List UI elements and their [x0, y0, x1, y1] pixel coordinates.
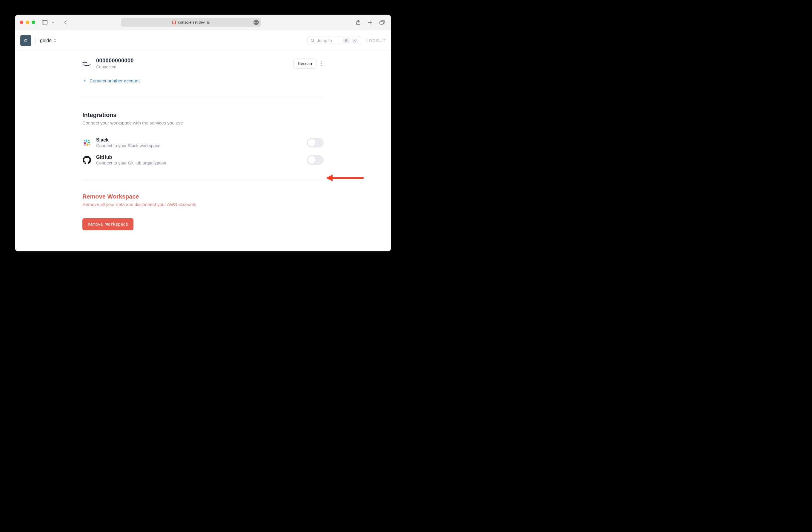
tabs-button[interactable] — [378, 19, 386, 26]
remove-workspace-subtitle: Remove all your data and disconnect your… — [83, 202, 323, 207]
window-close-button[interactable] — [20, 20, 23, 24]
window-minimize-button[interactable] — [26, 20, 29, 24]
remove-workspace-title: Remove Workspace — [83, 193, 323, 200]
svg-rect-9 — [380, 21, 383, 24]
workspace-selector[interactable]: guide — [40, 38, 56, 43]
back-button[interactable] — [61, 19, 70, 26]
svg-point-15 — [321, 65, 322, 66]
svg-marker-25 — [326, 175, 333, 181]
content-area: aws 000000000000 Connected Rescan — [15, 51, 391, 251]
search-icon — [310, 39, 315, 43]
jump-to-button[interactable]: Jump to ⌘ K — [307, 36, 361, 45]
window-fullscreen-button[interactable] — [32, 20, 35, 24]
integration-github-row: GitHub Connect to your GitHub organizati… — [83, 148, 323, 166]
integrations-title: Integrations — [83, 112, 323, 118]
new-tab-button[interactable] — [366, 19, 374, 26]
svg-rect-0 — [42, 20, 47, 24]
aws-status: Connected — [96, 64, 134, 69]
connect-another-label: Connect another account — [89, 78, 140, 83]
svg-line-11 — [313, 41, 314, 42]
divider — [35, 37, 36, 44]
slack-desc: Connect to your Slack workspace — [96, 143, 160, 148]
svg-rect-4 — [173, 22, 175, 23]
tab-group-dropdown[interactable] — [49, 19, 57, 26]
traffic-lights — [20, 20, 35, 24]
avatar-letter: G — [24, 38, 27, 43]
github-icon — [83, 156, 91, 164]
github-title: GitHub — [96, 155, 166, 160]
app-header: G guide Jump to ⌘ K LOGOUT — [15, 30, 391, 51]
integration-slack-row: Slack Connect to your Slack workspace — [83, 131, 323, 148]
annotation-arrow — [325, 173, 364, 183]
svg-text:aws: aws — [83, 61, 87, 64]
integrations-section: Integrations Connect your workspace with… — [83, 112, 323, 166]
svg-point-14 — [321, 63, 322, 64]
workspace-avatar[interactable]: G — [20, 35, 31, 46]
logout-button[interactable]: LOGOUT — [366, 38, 386, 43]
svg-rect-6 — [207, 22, 209, 24]
slack-icon — [83, 138, 91, 147]
slack-title: Slack — [96, 137, 160, 143]
aws-more-button[interactable] — [320, 60, 323, 67]
svg-rect-5 — [173, 23, 175, 23]
svg-rect-19 — [84, 142, 86, 144]
url-bar[interactable]: console.sst.dev ••• — [121, 18, 261, 27]
kbd-k: K — [352, 39, 358, 43]
remove-workspace-button[interactable]: Remove Workspace — [83, 218, 133, 230]
slack-toggle[interactable] — [307, 138, 323, 147]
svg-rect-16 — [86, 140, 87, 142]
svg-rect-18 — [87, 143, 88, 146]
aws-account-id: 000000000000 — [96, 58, 134, 64]
workspace-name: guide — [40, 38, 52, 43]
integrations-subtitle: Connect your workspace with the services… — [83, 120, 323, 125]
svg-point-13 — [321, 61, 322, 62]
github-toggle[interactable] — [307, 155, 323, 165]
divider — [83, 98, 323, 98]
svg-rect-17 — [87, 142, 90, 143]
rescan-button[interactable]: Rescan — [293, 58, 317, 69]
select-chevrons-icon — [54, 39, 56, 43]
github-desc: Connect to your GitHub organization — [96, 161, 166, 166]
divider — [83, 179, 323, 179]
remove-workspace-section: Remove Workspace Remove all your data an… — [83, 193, 323, 230]
svg-point-23 — [84, 144, 85, 145]
svg-point-21 — [88, 140, 89, 141]
aws-account-row: aws 000000000000 Connected Rescan — [83, 54, 323, 71]
svg-point-22 — [88, 144, 89, 145]
browser-window: console.sst.dev ••• G guide — [15, 15, 391, 251]
share-button[interactable] — [354, 19, 362, 26]
browser-chrome: console.sst.dev ••• — [15, 15, 391, 30]
connect-another-account-link[interactable]: ＋ Connect another account — [83, 77, 323, 84]
jump-to-label: Jump to — [317, 38, 332, 43]
url-more-button[interactable]: ••• — [253, 20, 259, 25]
aws-icon: aws — [83, 60, 91, 67]
kbd-cmd: ⌘ — [343, 38, 350, 43]
lock-icon — [207, 20, 210, 24]
plus-icon: ＋ — [83, 77, 87, 84]
url-text: console.sst.dev — [178, 20, 205, 25]
svg-rect-3 — [173, 21, 175, 22]
svg-point-20 — [84, 140, 85, 141]
site-icon — [172, 20, 176, 25]
sidebar-toggle-button[interactable] — [41, 19, 49, 26]
